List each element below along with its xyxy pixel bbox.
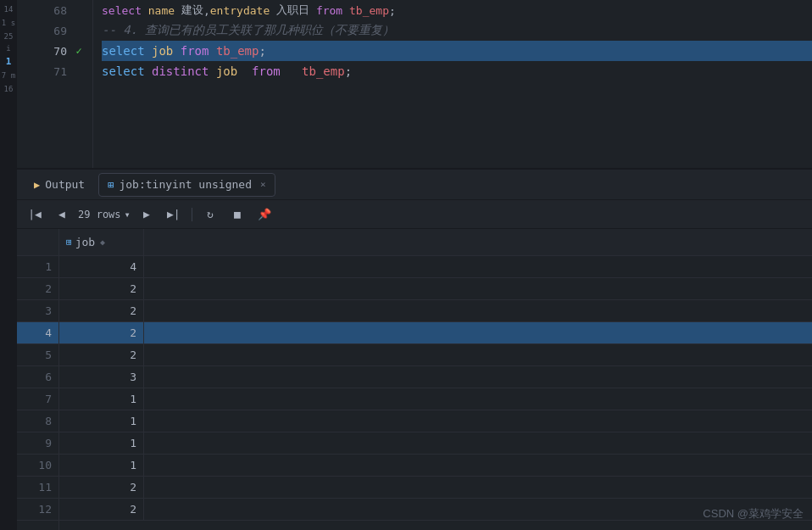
cell-row-11-job: 2 — [59, 477, 144, 498]
row-num-3: 3 — [17, 300, 58, 322]
space-3-71 — [237, 64, 252, 78]
last-page-btn[interactable]: ▶| — [163, 204, 185, 225]
row-num-cells: 1 2 3 4 5 6 7 8 9 10 11 12 — [17, 256, 58, 521]
space-2-71 — [209, 64, 215, 78]
table-row: 1 — [59, 388, 812, 410]
line-num-71: 71 — [17, 65, 72, 78]
next-page-btn[interactable]: ▶ — [136, 204, 158, 225]
line-num-68: 68 — [17, 4, 72, 17]
row-num-4: 4 — [17, 322, 58, 344]
semicolon-71: ; — [345, 64, 352, 78]
row-num-10: 10 — [17, 455, 58, 477]
data-table-body[interactable]: 4 2 2 2 2 — [59, 256, 812, 530]
keyword-select-71: select — [102, 64, 145, 78]
row-num-2: 2 — [17, 278, 58, 300]
code-line-71: select distinct job from tb_emp ; — [102, 61, 812, 81]
code-line-68: select name 建设,entrydate 入职日 from tb_emp… — [102, 0, 812, 20]
table-row: 1 — [59, 410, 812, 432]
tab-output[interactable]: ▶ Output — [24, 173, 95, 197]
table-row: 2 — [59, 344, 812, 366]
cell-row-3-job: 2 — [59, 300, 144, 321]
refresh-btn[interactable]: ↻ — [199, 204, 221, 225]
row-num-12: 12 — [17, 499, 58, 521]
keyword-from-71: from — [252, 64, 281, 78]
row-num-6: 6 — [17, 366, 58, 388]
code-lines[interactable]: select name 建设,entrydate 入职日 from tb_emp… — [93, 0, 812, 168]
stop-icon: ■ — [234, 208, 241, 220]
left-meta-sidebar: 14 1 s 25 i 1 7 m 16 — [0, 0, 17, 530]
line-row-68: 68 — [17, 0, 92, 20]
last-page-icon: ▶| — [167, 208, 181, 220]
cell-row-4-job: 2 — [59, 322, 144, 343]
line-row-70: 70 ✓ — [17, 41, 92, 61]
cell-row-9-job: 1 — [59, 432, 144, 454]
col-job-71: job — [216, 64, 237, 78]
table-row: 4 — [59, 256, 812, 278]
keyword-select-70: select — [102, 44, 145, 58]
semicolon-70: ; — [259, 44, 265, 58]
space-4-71 — [281, 64, 302, 78]
cell-row-12-job: 2 — [59, 499, 144, 520]
meta-item-16: 16 — [4, 83, 14, 95]
cell-row-10-job: 1 — [59, 455, 144, 476]
table-row: 2 — [59, 278, 812, 300]
first-page-icon: |◀ — [28, 208, 42, 220]
code-line-70: select job from tb_emp ; — [102, 41, 812, 61]
cell-row-5-job: 2 — [59, 344, 144, 365]
watermark: CSDN @菜鸡学安全 — [703, 506, 804, 522]
keyword-from-70: from — [181, 44, 209, 58]
row-number-column: 1 2 3 4 5 6 7 8 9 10 11 12 — [17, 229, 59, 530]
main-content: 68 69 70 ✓ — [17, 0, 812, 530]
meta-item-25i: 25 i — [0, 31, 17, 54]
cell-row-6-job: 3 — [59, 366, 144, 388]
cell-row-7-job: 1 — [59, 388, 144, 410]
col-header-name: job — [75, 236, 95, 248]
row-num-header — [17, 229, 58, 256]
line-indicator-70: ✓ — [72, 45, 86, 57]
col-sort-icon: ◆ — [100, 237, 105, 247]
table-row: 3 — [59, 366, 812, 388]
line-numbers: 68 69 70 ✓ — [17, 0, 92, 81]
row-num-5: 5 — [17, 344, 58, 366]
line-num-70: 70 — [17, 45, 72, 58]
rows-count: 29 rows — [78, 209, 121, 220]
pin-icon: 📌 — [258, 208, 271, 220]
code-area: 68 69 70 ✓ — [17, 0, 812, 168]
space-1-70 — [145, 44, 152, 58]
table-icon: ⊞ — [108, 179, 114, 191]
meta-item-1s: 1 s — [2, 17, 15, 29]
col-header-job[interactable]: ⊞ job ◆ — [59, 229, 144, 255]
line-num-69: 69 — [17, 25, 72, 37]
meta-item-1: 1 — [6, 56, 12, 68]
toolbar: |◀ ◀ 29 rows ▾ ▶ ▶| ↻ — [17, 200, 812, 229]
table-row: 2 — [59, 477, 812, 499]
data-table-wrapper: 1 2 3 4 5 6 7 8 9 10 11 12 — [17, 229, 812, 530]
col-job-70: job — [152, 44, 173, 58]
line-gutter: 68 69 70 ✓ — [17, 0, 93, 168]
meta-item-14: 14 — [4, 3, 14, 15]
bottom-panel: ▶ Output ⊞ job:tinyint unsigned × |◀ ◀ — [17, 170, 812, 530]
prev-page-btn[interactable]: ◀ — [51, 204, 73, 225]
cell-row-8-job: 1 — [59, 410, 144, 432]
row-num-1: 1 — [17, 256, 58, 278]
comment-text: -- 4. 查询已有的员工关联了那几种职位（不要重复） — [102, 23, 394, 38]
first-page-btn[interactable]: |◀ — [24, 204, 46, 225]
tab-result[interactable]: ⊞ job:tinyint unsigned × — [98, 173, 275, 197]
pin-btn[interactable]: 📌 — [253, 204, 275, 225]
table-row: 2 — [59, 322, 812, 344]
cell-row-2-job: 2 — [59, 278, 144, 299]
space-2-70 — [173, 44, 180, 58]
data-table-inner: ⊞ job ◆ 4 2 2 — [59, 229, 812, 530]
data-table-header: ⊞ job ◆ — [59, 229, 812, 256]
row-num-7: 7 — [17, 388, 58, 410]
space-3-70 — [209, 44, 215, 58]
meta-item-7m: 7 m — [2, 70, 15, 81]
table-tbemp-70: tb_emp — [216, 44, 259, 58]
tab-close-btn[interactable]: × — [260, 179, 266, 190]
stop-btn[interactable]: ■ — [226, 204, 248, 225]
divider-1 — [192, 208, 192, 221]
keyword-distinct-71: distinct — [152, 64, 209, 78]
row-num-9: 9 — [17, 432, 58, 455]
rows-chevron[interactable]: ▾ — [125, 209, 131, 220]
table-row: 2 — [59, 499, 812, 521]
